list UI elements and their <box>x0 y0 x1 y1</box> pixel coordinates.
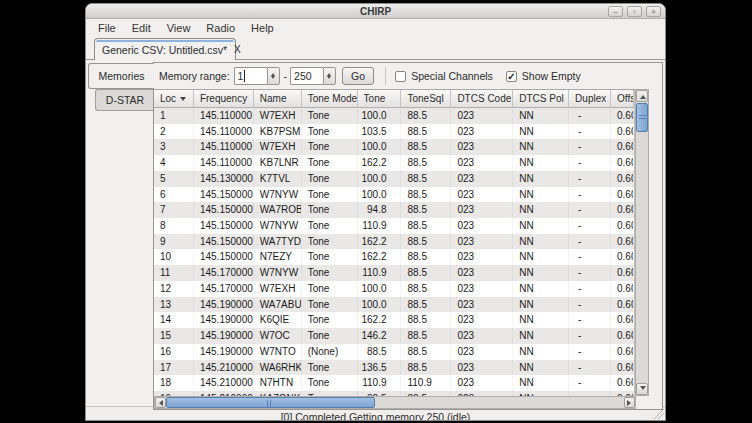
table-row[interactable]: 3 145.110000 W7EXH Tone 100.0 88.5 023 N… <box>154 139 634 155</box>
tab-generic-csv[interactable]: Generic CSV: Untitled.csv* X <box>94 38 236 60</box>
range-end-spinner: 250 <box>290 67 336 85</box>
table-row[interactable]: 2 145.110000 KB7PSM Tone 103.5 88.5 023 … <box>154 124 634 140</box>
text-caret <box>244 70 245 82</box>
scroll-up-icon <box>640 92 646 99</box>
column-header-tone[interactable]: Tone <box>358 90 402 108</box>
show-empty-checkbox[interactable]: ✓ Show Empty <box>506 70 581 82</box>
special-channels-label: Special Channels <box>411 70 493 82</box>
table-row[interactable]: 18 145.210000 N7HTN Tone 110.9 110.9 023… <box>154 375 634 391</box>
column-header-dtcs-code[interactable]: DTCS Code <box>451 90 513 108</box>
memory-table: Loc Frequency Name Tone Mode Tone ToneSq… <box>154 89 635 396</box>
checkmark-icon: ✓ <box>507 71 515 82</box>
tab-dstar[interactable]: D-STAR <box>95 89 154 111</box>
toolbar-separator <box>385 67 386 85</box>
table-row[interactable]: 13 145.190000 WA7ABU Tone 100.0 88.5 023… <box>154 297 634 313</box>
table-row[interactable]: 5 145.130000 K7TVL Tone 100.0 88.5 023 N… <box>154 171 634 187</box>
resize-grip-icon[interactable] <box>654 409 664 419</box>
menu-edit[interactable]: Edit <box>124 21 159 35</box>
range-start-spinner: 1 <box>234 67 280 85</box>
column-header-duplex[interactable]: Duplex <box>569 90 611 108</box>
chirp-window: CHIRP – ▫ × File Edit View Radio Help Ge… <box>85 3 666 421</box>
column-header-tonesql[interactable]: ToneSql <box>401 90 451 108</box>
column-header-name[interactable]: Name <box>254 90 302 108</box>
menu-radio[interactable]: Radio <box>198 21 243 35</box>
menu-file[interactable]: File <box>90 21 124 35</box>
table-row[interactable]: 12 145.170000 W7EXH Tone 100.0 88.5 023 … <box>154 281 634 297</box>
scroll-right-icon <box>627 400 634 406</box>
special-channels-checkbox[interactable]: Special Channels <box>395 70 493 82</box>
desktop-background: CHIRP – ▫ × File Edit View Radio Help Ge… <box>0 0 752 423</box>
table-row[interactable]: 17 145.210000 WA6RHK Tone 136.5 88.5 023… <box>154 360 634 376</box>
table-row[interactable]: 15 145.190000 W7OC Tone 146.2 88.5 023 N… <box>154 328 634 344</box>
table-header-row: Loc Frequency Name Tone Mode Tone ToneSq… <box>154 90 634 108</box>
spin-down-icon[interactable] <box>324 76 335 84</box>
column-header-frequency[interactable]: Frequency <box>194 90 254 108</box>
horizontal-scrollbar[interactable] <box>154 396 636 409</box>
scroll-right-button[interactable] <box>624 397 635 408</box>
scroll-left-icon <box>156 400 163 406</box>
tab-label: Generic CSV: Untitled.csv* <box>102 44 227 56</box>
show-empty-box[interactable]: ✓ <box>506 71 517 82</box>
table-row[interactable]: 10 145.150000 N7EZY Tone 162.2 88.5 023 … <box>154 249 634 265</box>
spin-down-icon[interactable] <box>268 76 279 84</box>
table-row[interactable]: 16 145.190000 W7NTO (None) 88.5 88.5 023… <box>154 344 634 360</box>
maximize-icon: ▫ <box>633 7 636 16</box>
table-row[interactable]: 7 145.150000 WA7ROB Tone 94.8 88.5 023 N… <box>154 202 634 218</box>
table-row[interactable]: 9 145.150000 WA7TYD Tone 162.2 88.5 023 … <box>154 234 634 250</box>
table-row[interactable]: 4 145.110000 KB7LNR Tone 162.2 88.5 023 … <box>154 155 634 171</box>
tab-memories-label: Memories <box>98 70 144 82</box>
range-start-stepper[interactable] <box>267 67 280 85</box>
tab-close-icon[interactable]: X <box>234 44 241 55</box>
table-row[interactable]: 1 145.110000 W7EXH Tone 100.0 88.5 023 N… <box>154 108 634 124</box>
tab-dstar-label: D-STAR <box>106 94 144 106</box>
spin-up-icon[interactable] <box>268 68 279 76</box>
horizontal-scrollbar-thumb[interactable] <box>166 397 375 408</box>
menu-view[interactable]: View <box>159 21 199 35</box>
window-controls: – ▫ × <box>608 6 661 17</box>
close-button[interactable]: × <box>646 6 661 17</box>
go-button[interactable]: Go <box>342 67 374 85</box>
window-title: CHIRP <box>86 4 665 19</box>
column-header-loc[interactable]: Loc <box>154 90 194 108</box>
memory-range-label: Memory range: <box>159 70 230 82</box>
range-start-input[interactable]: 1 <box>234 67 267 85</box>
table-row[interactable]: 8 145.150000 W7NYW Tone 110.9 88.5 023 N… <box>154 218 634 234</box>
minimize-button[interactable]: – <box>608 6 623 17</box>
scroll-up-button[interactable] <box>636 90 648 102</box>
vertical-scrollbar-thumb[interactable] <box>636 103 648 132</box>
menu-help[interactable]: Help <box>243 21 282 35</box>
document-tab-strip: Generic CSV: Untitled.csv* X <box>86 36 665 60</box>
column-header-tone-mode[interactable]: Tone Mode <box>302 90 358 108</box>
column-header-dtcs-pol[interactable]: DTCS Pol <box>513 90 569 108</box>
close-icon: × <box>651 7 656 16</box>
table-row[interactable]: 6 145.150000 W7NYW Tone 100.0 88.5 023 N… <box>154 187 634 203</box>
range-end-input[interactable]: 250 <box>290 67 323 85</box>
minimize-icon: – <box>613 7 617 16</box>
spin-up-icon[interactable] <box>324 68 335 76</box>
memories-panel: Memory range: 1 - 250 <box>153 62 663 410</box>
show-empty-label: Show Empty <box>522 70 581 82</box>
title-bar[interactable]: CHIRP – ▫ × <box>86 4 665 19</box>
tab-memories[interactable]: Memories <box>88 63 154 89</box>
status-message: [0] Completed Getting memory 250 (idle) <box>281 411 471 421</box>
scroll-down-icon <box>640 386 646 393</box>
table-row[interactable]: 14 145.190000 K6QIE Tone 162.2 88.5 023 … <box>154 312 634 328</box>
chevron-down-icon <box>180 97 186 104</box>
table-row[interactable]: 11 145.170000 W7NYW Tone 110.9 88.5 023 … <box>154 265 634 281</box>
column-header-offset[interactable]: Offset <box>611 90 634 108</box>
maximize-button[interactable]: ▫ <box>627 6 642 17</box>
special-channels-box[interactable] <box>395 71 406 82</box>
table-body: 1 145.110000 W7EXH Tone 100.0 88.5 023 N… <box>154 108 634 396</box>
range-dash: - <box>284 70 288 82</box>
memory-range-toolbar: Memory range: 1 - 250 <box>154 63 662 89</box>
range-end-stepper[interactable] <box>323 67 336 85</box>
vertical-scrollbar[interactable] <box>635 89 649 396</box>
scroll-left-button[interactable] <box>155 397 166 408</box>
menu-bar: File Edit View Radio Help <box>86 19 665 36</box>
scroll-down-button[interactable] <box>636 383 648 395</box>
